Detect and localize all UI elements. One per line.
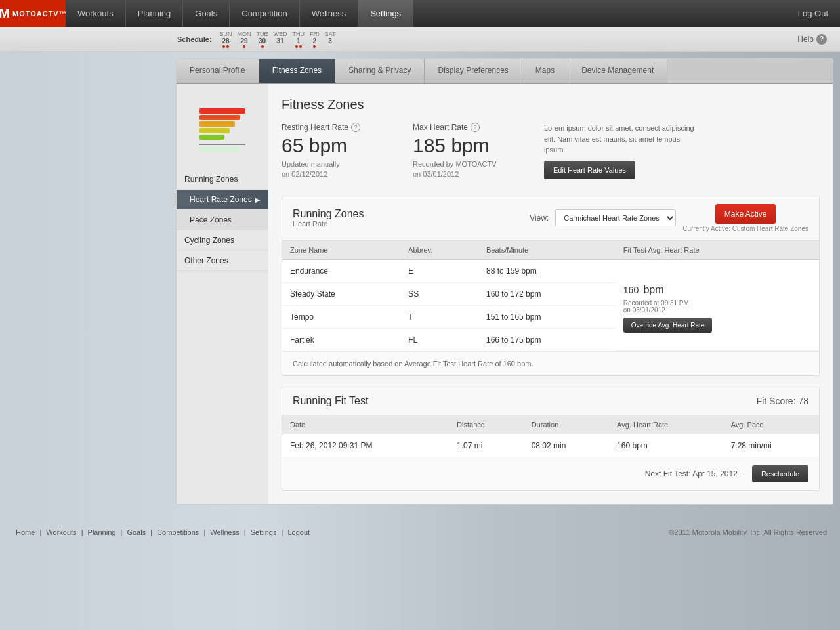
- schedule-day-sat: SAT 3: [325, 30, 336, 49]
- resting-hr-label: Resting Heart Rate ?: [282, 123, 387, 132]
- fitness-icon-area: [177, 91, 268, 169]
- zone-beats-endurance: 88 to 159 bpm: [478, 259, 616, 282]
- sidebar-item-running-zones[interactable]: Running Zones: [177, 169, 268, 190]
- schedule-day-wed: WED 31: [274, 30, 287, 49]
- sidebar-item-other-zones[interactable]: Other Zones: [177, 251, 268, 271]
- edit-heart-rate-button[interactable]: Edit Heart Rate Values: [544, 161, 635, 179]
- logo-m-icon: M: [0, 6, 10, 21]
- nav-logout[interactable]: Log Out: [786, 0, 840, 27]
- content-area: Running Zones Heart Rate Zones ▶ Pace Zo…: [177, 84, 833, 504]
- fit-test-header: Running Fit Test Fit Score: 78: [282, 387, 819, 415]
- help-button[interactable]: Help ?: [797, 34, 827, 45]
- zones-title: Running Zones: [293, 208, 530, 220]
- tab-maps[interactable]: Maps: [522, 59, 568, 83]
- tab-device-management[interactable]: Device Management: [568, 59, 667, 83]
- fit-distance: 1.07 mi: [449, 434, 524, 457]
- max-hr-help-icon[interactable]: ?: [471, 123, 480, 132]
- zone-abbrev-ss: SS: [400, 282, 478, 305]
- schedule-days: SUN 28 MON 29 TUE 30 WED 31 THU 1 FRI 2: [220, 30, 336, 49]
- zones-footer-note: Calculated automatically based on Averag…: [282, 351, 819, 375]
- zones-table: Zone Name Abbrev. Beats/Minute Fit Test …: [282, 241, 819, 352]
- fit-test-title: Running Fit Test: [293, 395, 368, 407]
- fit-avg-hr: 160 bpm: [609, 434, 723, 457]
- table-row: Feb 26, 2012 09:31 PM 1.07 mi 08:02 min …: [282, 434, 819, 457]
- footer-link-wellness[interactable]: Wellness: [210, 528, 239, 536]
- settings-panel: Personal Profile Fitness Zones Sharing &…: [176, 58, 833, 505]
- schedule-day-tue: TUE 30: [257, 30, 268, 49]
- zones-view-select[interactable]: Carmichael Heart Rate Zones Custom Heart…: [555, 209, 676, 226]
- resting-hr-value: 65 bpm: [282, 135, 387, 157]
- next-fit-label: Next Fit Test: Apr 15, 2012 –: [645, 469, 744, 478]
- max-hr-value: 185 bpm: [413, 135, 518, 157]
- col-fit-test: Fit Test Avg. Heart Rate: [616, 241, 819, 260]
- resting-hr-help-icon[interactable]: ?: [351, 123, 360, 132]
- tab-personal-profile[interactable]: Personal Profile: [177, 59, 259, 83]
- reschedule-button[interactable]: Reschedule: [752, 465, 808, 482]
- footer-link-settings[interactable]: Settings: [251, 528, 277, 536]
- zone-abbrev-t: T: [400, 305, 478, 328]
- hr-info-row: Resting Heart Rate ? 65 bpm Updated manu…: [282, 123, 820, 180]
- zone-beats-tempo: 151 to 165 bpm: [478, 305, 616, 328]
- zone-beats-fartlek: 166 to 175 bpm: [478, 328, 616, 351]
- sidebar-item-cycling-zones[interactable]: Cycling Zones: [177, 230, 268, 251]
- zone-name-steady: Steady State: [282, 282, 400, 305]
- zones-subtitle: Heart Rate: [293, 220, 530, 228]
- footer-link-planning[interactable]: Planning: [88, 528, 116, 536]
- footer-link-workouts[interactable]: Workouts: [46, 528, 76, 536]
- fit-test-section: Running Fit Test Fit Score: 78 Date Dist…: [282, 387, 820, 491]
- sidebar-item-pace-zones[interactable]: Pace Zones: [177, 210, 268, 230]
- schedule-day-fri: FRI 2: [310, 30, 320, 49]
- footer: Home | Workouts | Planning | Goals | Com…: [0, 518, 840, 547]
- main-wrapper: Personal Profile Fitness Zones Sharing &…: [169, 52, 840, 518]
- next-fit-row: Next Fit Test: Apr 15, 2012 – Reschedule: [282, 457, 819, 490]
- page-title: Fitness Zones: [282, 97, 820, 112]
- sidebar-item-label: Pace Zones: [190, 215, 232, 224]
- fit-test-subtitle: Recorded at 09:31 PM on 03/01/2012: [623, 299, 811, 314]
- override-avg-hr-button[interactable]: Override Avg. Heart Rate: [623, 318, 713, 333]
- schedule-day-thu: THU 1: [293, 30, 305, 49]
- schedule-bar: Schedule: SUN 28 MON 29 TUE 30 WED 31 TH…: [0, 27, 840, 52]
- schedule-day-mon: MON 29: [238, 30, 251, 49]
- zone-beats-steady: 160 to 172 bpm: [478, 282, 616, 305]
- footer-link-goals[interactable]: Goals: [127, 528, 146, 536]
- max-hr-subtitle: Recorded by MOTOACTV on 03/01/2012: [413, 159, 518, 180]
- footer-copyright: ©2011 Motorola Mobility, Inc. All Rights…: [669, 528, 827, 536]
- col-distance: Distance: [449, 415, 524, 434]
- resting-hr-subtitle: Updated manually on 02/12/2012: [282, 159, 387, 180]
- currently-active-label: Currently Active: Custom Heart Rate Zone…: [682, 225, 808, 232]
- view-label: View:: [530, 213, 549, 222]
- fit-test-value: 160 bpm: [623, 278, 811, 298]
- footer-link-competitions[interactable]: Competitions: [157, 528, 199, 536]
- zone-abbrev-fl: FL: [400, 328, 478, 351]
- sidebar-item-heart-rate-zones[interactable]: Heart Rate Zones ▶: [177, 190, 268, 210]
- logo-text: MOTOACTV™: [12, 10, 67, 18]
- make-active-button[interactable]: Make Active: [715, 204, 776, 224]
- running-zones-section: Running Zones Heart Rate View: Carmichae…: [282, 196, 820, 377]
- footer-link-logout[interactable]: Logout: [287, 528, 310, 536]
- nav-planning[interactable]: Planning: [126, 0, 184, 27]
- sidebar-item-label: Heart Rate Zones: [190, 195, 252, 204]
- nav-competition[interactable]: Competition: [230, 0, 299, 27]
- nav-workouts[interactable]: Workouts: [66, 0, 126, 27]
- zones-chart-icon: [200, 108, 245, 152]
- arrow-icon: ▶: [255, 196, 261, 203]
- tab-display-preferences[interactable]: Display Preferences: [425, 59, 522, 83]
- tab-fitness-zones[interactable]: Fitness Zones: [259, 59, 335, 83]
- nav-settings[interactable]: Settings: [358, 0, 413, 27]
- tab-sharing-privacy[interactable]: Sharing & Privacy: [335, 59, 425, 83]
- col-avg-pace: Avg. Pace: [723, 415, 819, 434]
- main-content: Fitness Zones Resting Heart Rate ? 65 bp…: [268, 84, 833, 504]
- logo[interactable]: M MOTOACTV™: [0, 0, 66, 27]
- top-navigation: M MOTOACTV™ Workouts Planning Goals Comp…: [0, 0, 840, 27]
- zone-name-tempo: Tempo: [282, 305, 400, 328]
- col-duration: Duration: [524, 415, 609, 434]
- zones-header: Running Zones Heart Rate View: Carmichae…: [282, 196, 819, 241]
- zones-title-group: Running Zones Heart Rate: [293, 208, 530, 228]
- resting-hr-card: Resting Heart Rate ? 65 bpm Updated manu…: [282, 123, 387, 180]
- nav-goals[interactable]: Goals: [183, 0, 230, 27]
- footer-link-home[interactable]: Home: [16, 528, 35, 536]
- col-beats: Beats/Minute: [478, 241, 616, 260]
- fit-duration: 08:02 min: [524, 434, 609, 457]
- nav-wellness[interactable]: Wellness: [300, 0, 359, 27]
- fit-avg-pace: 7:28 min/mi: [723, 434, 819, 457]
